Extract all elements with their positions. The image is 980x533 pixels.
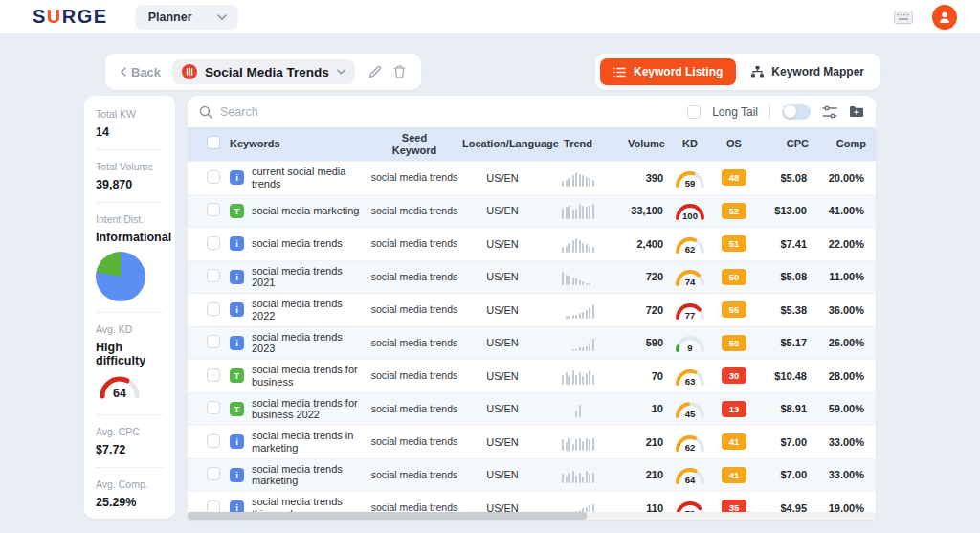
- filters-button[interactable]: [822, 105, 837, 119]
- os-badge: 51: [722, 235, 746, 252]
- row-checkbox[interactable]: [207, 434, 220, 448]
- volume-value: 70: [613, 370, 665, 382]
- column-os: OS: [715, 138, 753, 150]
- cpc-value: $5.08: [753, 172, 809, 184]
- keyword-listing-button[interactable]: Keyword Listing: [600, 58, 736, 85]
- avg-kd-gauge: 64: [96, 371, 164, 404]
- trend-sparkline: [543, 466, 613, 483]
- select-all-checkbox[interactable]: [207, 136, 220, 149]
- planner-dropdown-label: Planner: [148, 11, 192, 24]
- svg-text:64: 64: [685, 475, 696, 485]
- row-checkbox[interactable]: [207, 335, 220, 348]
- intent-badge: i: [230, 170, 244, 185]
- row-checkbox[interactable]: [207, 269, 220, 282]
- table-row[interactable]: T social media trends for business 2022 …: [188, 392, 876, 426]
- table-row[interactable]: T social media trends for business socia…: [188, 359, 876, 392]
- delete-button[interactable]: [388, 65, 412, 78]
- table-row[interactable]: i social media trends social media trend…: [188, 227, 876, 260]
- intent-dist-value: Informational: [96, 231, 164, 244]
- intent-badge: i: [230, 434, 244, 449]
- table-row[interactable]: i social media trends in marketing socia…: [188, 425, 876, 458]
- person-icon: [937, 10, 952, 25]
- trend-sparkline: [543, 334, 613, 351]
- avg-comp-label: Avg. Comp.: [96, 478, 164, 490]
- keyboard-shortcuts-button[interactable]: [894, 11, 913, 24]
- row-checkbox[interactable]: [207, 203, 220, 216]
- row-checkbox[interactable]: [207, 302, 220, 316]
- row-checkbox[interactable]: [207, 401, 220, 414]
- avg-comp-value: 25.29%: [96, 496, 164, 509]
- planner-dropdown[interactable]: Planner: [135, 5, 238, 30]
- kd-gauge: 45: [665, 398, 715, 419]
- svg-text:63: 63: [685, 376, 696, 387]
- edit-button[interactable]: [363, 65, 388, 78]
- table-row[interactable]: i social media trends 2023 social media …: [188, 326, 876, 360]
- long-tail-label: Long Tail: [712, 105, 758, 119]
- back-button[interactable]: Back: [115, 65, 167, 79]
- keyword-mapper-label: Keyword Mapper: [771, 65, 864, 78]
- table-row[interactable]: T social media marketing social media tr…: [188, 194, 876, 228]
- svg-text:45: 45: [685, 409, 696, 419]
- row-checkbox[interactable]: [207, 170, 220, 184]
- column-trend: Trend: [543, 138, 613, 150]
- column-comp: Comp: [809, 138, 866, 150]
- location-language: US/EN: [462, 403, 543, 414]
- kd-gauge: 100: [665, 200, 715, 221]
- search-input[interactable]: [220, 105, 507, 119]
- table-row[interactable]: i current social media trends social med…: [188, 161, 876, 194]
- keyword-text[interactable]: social media trends marketing: [252, 463, 361, 487]
- os-badge: 59: [722, 335, 746, 351]
- column-location-language: Location/Language: [462, 138, 543, 150]
- trend-sparkline: [543, 235, 613, 253]
- seed-keyword: social media trends: [367, 237, 462, 250]
- long-tail-checkbox[interactable]: [687, 105, 701, 119]
- comp-value: 20.00%: [809, 172, 866, 184]
- stats-sidebar: Total KW 14 Total Volume 39,870 Intent D…: [84, 96, 175, 533]
- keyword-text[interactable]: social media trends in marketing: [252, 430, 361, 454]
- row-checkbox[interactable]: [207, 467, 220, 480]
- table-row[interactable]: i social media trends 2021 social media …: [188, 260, 876, 294]
- table-row[interactable]: i social media trends 2022 social media …: [188, 293, 876, 326]
- keyword-mapper-button[interactable]: Keyword Mapper: [740, 58, 876, 85]
- title-card: Back Social Media Trends: [105, 54, 421, 90]
- location-language: US/EN: [462, 172, 543, 184]
- keyword-text[interactable]: social media marketing: [252, 205, 360, 217]
- scrollbar-thumb[interactable]: [188, 512, 587, 520]
- table-body: i current social media trends social med…: [188, 161, 876, 520]
- location-language: US/EN: [462, 238, 543, 250]
- project-title-dropdown[interactable]: Social Media Trends: [172, 59, 355, 84]
- keyword-text[interactable]: social media trends for business 2022: [252, 397, 361, 421]
- comp-value: 41.00%: [809, 205, 866, 216]
- svg-text:62: 62: [685, 442, 696, 453]
- keyboard-icon: [894, 11, 913, 24]
- save-to-folder-button[interactable]: [849, 105, 864, 118]
- row-checkbox[interactable]: [207, 368, 220, 382]
- keyword-text[interactable]: social media trends 2022: [252, 298, 361, 322]
- intent-badge: i: [230, 302, 244, 317]
- location-language: US/EN: [462, 436, 543, 448]
- column-keywords: Keywords: [230, 138, 367, 150]
- view-toggle[interactable]: [782, 104, 811, 120]
- keyword-listing-label: Keyword Listing: [634, 65, 723, 78]
- keyword-text[interactable]: social media trends 2021: [252, 265, 361, 289]
- horizontal-scrollbar[interactable]: [188, 512, 876, 520]
- location-language: US/EN: [462, 370, 543, 382]
- user-avatar[interactable]: [932, 5, 957, 30]
- chevron-down-icon: [217, 14, 227, 20]
- column-cpc: CPC: [753, 138, 809, 150]
- keyword-text[interactable]: social media trends 2023: [252, 331, 361, 355]
- row-checkbox[interactable]: [207, 236, 220, 250]
- sitemap-icon: [751, 66, 764, 78]
- cpc-value: $7.00: [753, 469, 809, 480]
- table-row[interactable]: i social media trends marketing social m…: [188, 458, 876, 492]
- stats-card: Total KW 14 Total Volume 39,870 Intent D…: [84, 96, 175, 519]
- cpc-value: $7.00: [753, 436, 809, 448]
- folder-icon: [849, 105, 864, 118]
- keyword-text[interactable]: current social media trends: [252, 166, 361, 189]
- keyword-text[interactable]: social media trends for business: [252, 364, 361, 388]
- keyword-text[interactable]: social media trends: [252, 237, 343, 250]
- kd-gauge: 77: [665, 300, 715, 321]
- trend-sparkline: [543, 202, 613, 219]
- kd-gauge: 59: [665, 167, 715, 189]
- kd-gauge: 63: [665, 366, 715, 387]
